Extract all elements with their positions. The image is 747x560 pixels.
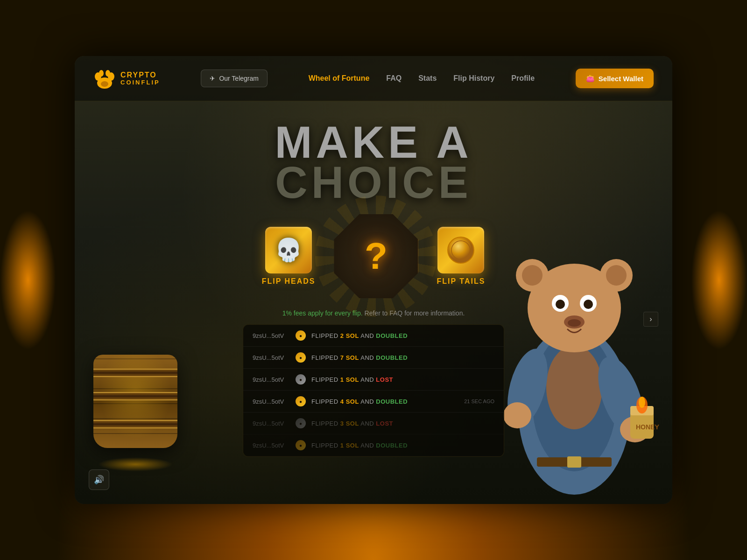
mystery-octagon: ? <box>334 214 418 298</box>
activity-addr-2: 9zsU...5otV <box>253 354 290 361</box>
chevron-right-icon: › <box>649 315 652 323</box>
activity-coin-win-4: ● <box>296 396 306 406</box>
mystery-center: ? <box>334 214 418 298</box>
tails-coin-icon <box>437 227 484 273</box>
activity-addr-6: 9zsU...5otV <box>253 442 290 449</box>
telegram-button[interactable]: ✈ Our Telegram <box>201 70 268 87</box>
activity-row: 9zsU...5otV ● FLIPPED 7 SOL AND DOUBLED <box>243 347 504 369</box>
logo-crypto-text: CRYPTO <box>120 71 160 79</box>
activity-coin-win-1: ● <box>296 330 306 341</box>
activity-addr-1: 9zsU...5otV <box>253 332 290 339</box>
wallet-label: Sellect Wallet <box>599 75 643 83</box>
nav-area: Wheel of Fortune FAQ Stats Flip History … <box>309 74 535 83</box>
mystery-question-mark: ? <box>365 235 388 278</box>
nav-stats[interactable]: Stats <box>418 74 437 83</box>
wallet-icon: 👛 <box>586 74 595 83</box>
select-wallet-button[interactable]: 👛 Sellect Wallet <box>576 69 654 88</box>
nav-profile[interactable]: Profile <box>511 74 535 83</box>
tails-coin-svg <box>447 236 475 264</box>
logo-coinflip-text: COINFLIP <box>120 79 160 86</box>
activity-coin-lose-5: ● <box>296 418 306 428</box>
activity-addr-3: 9zsU...5otV <box>253 376 290 383</box>
flip-heads-button[interactable]: 💀 FLIP HEADS <box>262 227 316 286</box>
activity-text-5: FLIPPED 3 SOL AND LOST <box>311 420 393 427</box>
activity-time-4: 21 SEC AGO <box>464 399 494 404</box>
activity-addr-4: 9zsU...5otV <box>253 398 290 405</box>
app-window: CRYPTO COINFLIP ✈ Our Telegram Wheel of … <box>75 56 672 504</box>
activity-row: 9zsU...5otV ● FLIPPED 2 SOL AND DOUBLED <box>243 325 504 347</box>
flip-tails-label: FLIP TAILS <box>437 277 485 286</box>
barrel-decoration <box>84 355 187 467</box>
barrel-band-top <box>93 369 177 377</box>
paw-icon <box>93 67 116 90</box>
activity-row: 9zsU...5otV ● FLIPPED 4 SOL AND DOUBLED … <box>243 391 504 413</box>
right-arrow-button[interactable]: › <box>643 312 658 327</box>
activity-text-6: FLIPPED 1 SOL AND DOUBLED <box>311 442 408 449</box>
sound-icon: 🔊 <box>94 475 104 485</box>
nav-wheel-of-fortune[interactable]: Wheel of Fortune <box>309 74 370 83</box>
activity-row: 9zsU...5otV ● FLIPPED 3 SOL AND LOST <box>243 413 504 434</box>
activity-row: 9zsU...5otV ● FLIPPED 1 SOL AND DOUBLED <box>243 434 504 456</box>
barrel-band-mid <box>93 392 177 400</box>
logo-area: CRYPTO COINFLIP <box>93 67 160 90</box>
activity-feed: 9zsU...5otV ● FLIPPED 2 SOL AND DOUBLED … <box>243 324 504 457</box>
svg-rect-32 <box>567 456 581 468</box>
svg-point-4 <box>106 70 110 77</box>
flip-tails-button[interactable]: FLIP TAILS <box>437 227 485 286</box>
side-glow-right <box>691 210 747 350</box>
barrel-glow <box>98 457 173 471</box>
telegram-icon: ✈ <box>210 75 215 82</box>
activity-text-1: FLIPPED 2 SOL AND DOUBLED <box>311 332 408 339</box>
header: CRYPTO COINFLIP ✈ Our Telegram Wheel of … <box>75 56 672 101</box>
activity-text-4: FLIPPED 4 SOL AND DOUBLED <box>311 398 408 405</box>
barrel-band-bot <box>93 420 177 428</box>
side-glow-left <box>0 210 56 350</box>
activity-coin-win-2: ● <box>296 352 306 363</box>
activity-row: 9zsU...5otV ● FLIPPED 1 SOL AND LOST <box>243 369 504 391</box>
activity-coin-win-6: ● <box>296 440 306 450</box>
nav-faq[interactable]: FAQ <box>386 74 402 83</box>
activity-text-2: FLIPPED 7 SOL AND DOUBLED <box>311 354 408 361</box>
logo-text: CRYPTO COINFLIP <box>120 71 160 86</box>
barrel-body <box>93 355 177 448</box>
choice-area: 💀 FLIP HEADS ? <box>262 214 486 298</box>
heads-coin-icon: 💀 <box>265 227 312 273</box>
svg-point-3 <box>99 70 104 77</box>
activity-coin-lose-3: ● <box>296 374 306 385</box>
telegram-label: Our Telegram <box>219 75 259 82</box>
nav-flip-history[interactable]: Flip History <box>453 74 494 83</box>
flip-heads-label: FLIP HEADS <box>262 277 316 286</box>
sound-button[interactable]: 🔊 <box>89 469 109 490</box>
activity-addr-5: 9zsU...5otV <box>253 420 290 427</box>
svg-point-5 <box>101 81 108 87</box>
activity-text-3: FLIPPED 1 SOL AND LOST <box>311 376 393 383</box>
